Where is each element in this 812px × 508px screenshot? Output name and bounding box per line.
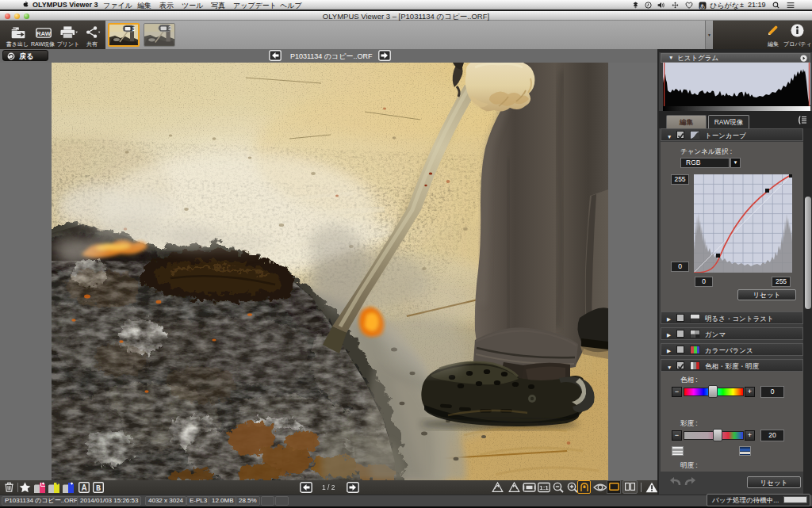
svg-text:RAW: RAW bbox=[36, 30, 52, 37]
svg-text:3: 3 bbox=[132, 25, 135, 32]
svg-text:3: 3 bbox=[168, 25, 172, 32]
svg-text:あ: あ bbox=[699, 2, 705, 9]
svg-text:A: A bbox=[81, 483, 86, 492]
svg-text:B: B bbox=[96, 484, 101, 493]
svg-text:1:1: 1:1 bbox=[539, 484, 549, 491]
